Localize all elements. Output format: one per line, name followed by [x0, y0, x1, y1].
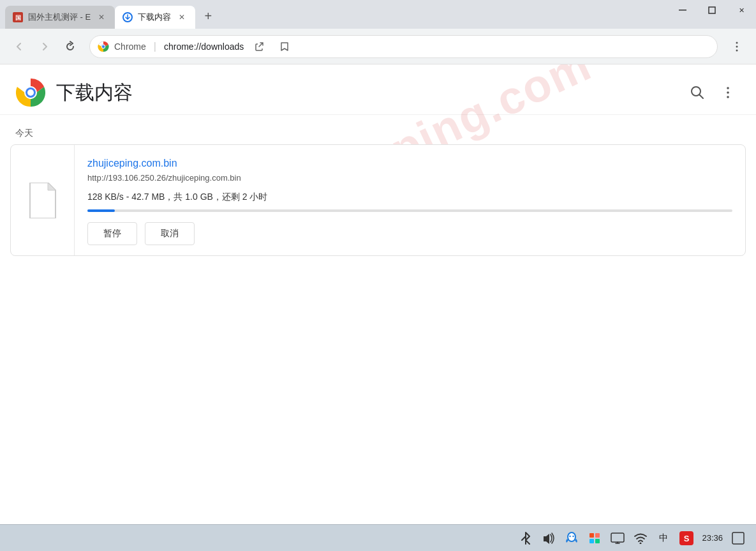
svg-point-22	[568, 533, 575, 541]
tab-active-close[interactable]: ✕	[176, 11, 188, 23]
svg-rect-26	[595, 533, 600, 538]
svg-point-9	[736, 42, 738, 43]
volume-icon[interactable]	[541, 531, 556, 546]
download-progress-text: 128 KB/s - 42.7 MB，共 1.0 GB，还剩 2 小时	[87, 192, 732, 203]
svg-text:国: 国	[15, 15, 21, 21]
omnibox-separator: |	[154, 41, 156, 52]
notification-icon[interactable]	[730, 531, 746, 546]
forward-button[interactable]	[33, 35, 56, 58]
chrome-logo-icon	[15, 77, 46, 108]
window-restore-button[interactable]	[697, 0, 727, 20]
search-downloads-button[interactable]	[685, 80, 710, 105]
taskbar: 中 S 23:36	[0, 524, 756, 551]
share-button[interactable]	[249, 36, 269, 57]
file-icon	[27, 183, 58, 218]
svg-rect-4	[709, 7, 715, 13]
window-minimize-button[interactable]	[668, 0, 697, 20]
more-options-button[interactable]	[715, 80, 741, 105]
window-close-button[interactable]: ✕	[727, 0, 756, 20]
omnibox-url: chrome://downloads	[164, 42, 244, 52]
svg-line-17	[700, 95, 704, 99]
svg-rect-33	[732, 532, 744, 544]
bookmark-button[interactable]	[274, 36, 295, 57]
bluetooth-icon[interactable]	[518, 531, 533, 546]
progress-bar-container	[87, 209, 732, 212]
new-tab-button[interactable]: +	[198, 6, 218, 26]
back-button[interactable]	[8, 35, 31, 58]
cancel-button[interactable]: 取消	[145, 222, 195, 245]
page-content: 下载内容 zhujiceping.com 今天 zhujiceping.com.…	[0, 64, 756, 524]
download-file-icon-area	[11, 145, 75, 255]
svg-rect-27	[589, 539, 594, 543]
tab-inactive[interactable]: 国 国外主机测评 - E ✕	[5, 6, 115, 29]
svg-point-23	[570, 535, 571, 536]
tab-active-label: 下载内容	[138, 11, 171, 23]
reload-button[interactable]	[59, 35, 82, 58]
tab-active-favicon	[122, 12, 133, 22]
figma-icon[interactable]	[587, 531, 602, 546]
download-actions: 暂停 取消	[87, 222, 732, 245]
download-filename[interactable]: zhujiceping.com.bin	[87, 158, 732, 169]
svg-rect-3	[679, 10, 686, 11]
tab-inactive-close[interactable]: ✕	[96, 11, 107, 23]
svg-point-11	[736, 49, 738, 51]
svg-point-8	[102, 45, 105, 48]
svg-rect-28	[595, 539, 600, 543]
svg-point-19	[727, 91, 729, 94]
chrome-icon	[98, 41, 109, 52]
toolbar: Chrome | chrome://downloads	[0, 29, 756, 64]
pause-button[interactable]: 暂停	[87, 222, 137, 245]
omnibox-brand: Chrome	[114, 42, 146, 52]
svg-point-24	[573, 535, 574, 536]
section-today-label: 今天	[0, 115, 756, 144]
wifi-icon[interactable]	[633, 531, 648, 546]
tab-inactive-label: 国外主机测评 - E	[28, 11, 91, 23]
tab-inactive-favicon: 国	[13, 12, 23, 22]
taskbar-time: 23:36	[702, 533, 723, 543]
download-item: zhujiceping.com.bin http://193.106.250.2…	[10, 144, 746, 256]
downloads-header: 下载内容	[0, 64, 756, 115]
page-title: 下载内容	[56, 80, 685, 106]
input-method-icon[interactable]: 中	[656, 531, 671, 546]
qq-icon[interactable]	[564, 531, 579, 546]
download-info: zhujiceping.com.bin http://193.106.250.2…	[75, 145, 745, 255]
screen-icon[interactable]	[610, 531, 625, 546]
svg-point-10	[736, 45, 738, 47]
sogou-icon[interactable]: S	[679, 531, 694, 546]
window-controls: ✕	[668, 0, 756, 20]
svg-point-15	[27, 89, 34, 96]
download-url: http://193.106.250.26/zhujiceping.com.bi…	[87, 173, 732, 183]
browser-more-button[interactable]	[725, 35, 748, 58]
svg-point-30	[640, 542, 642, 544]
svg-rect-25	[589, 533, 594, 538]
tab-active[interactable]: 下载内容 ✕	[115, 6, 195, 29]
progress-bar-fill	[87, 209, 115, 212]
header-actions	[685, 80, 741, 105]
svg-point-18	[727, 87, 729, 89]
omnibox[interactable]: Chrome | chrome://downloads	[89, 35, 718, 58]
svg-text:S: S	[684, 534, 690, 543]
titlebar: 国 国外主机测评 - E ✕ 下载内容 ✕ + ✕	[0, 0, 756, 29]
svg-point-20	[727, 96, 729, 98]
svg-rect-29	[611, 533, 624, 542]
